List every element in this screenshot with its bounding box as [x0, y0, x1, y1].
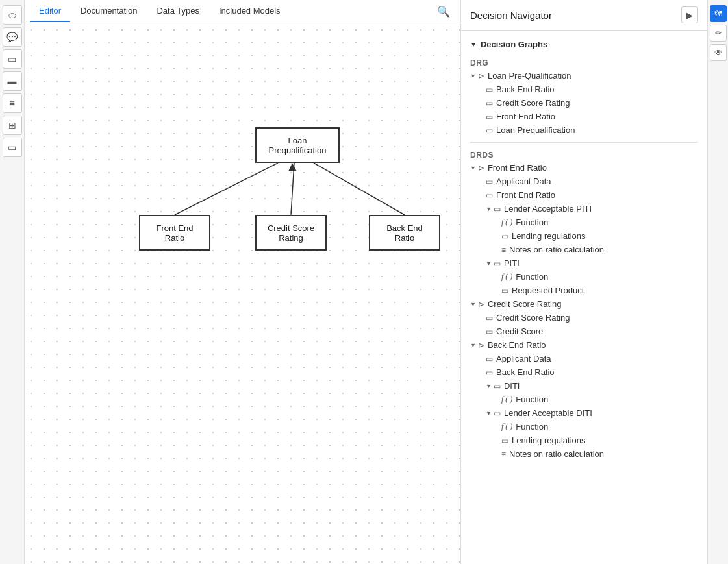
- tab-documentation[interactable]: Documentation: [71, 1, 146, 22]
- drd-lender-acceptable-diti[interactable]: ▼ ▭ Lender Acceptable DITI: [461, 406, 707, 420]
- drg-item-back-end-ratio[interactable]: ▭ Back End Ratio: [461, 82, 707, 96]
- drg-item-front-end-ratio[interactable]: ▭ Front End Ratio: [461, 110, 707, 123]
- input-icon: ▭: [501, 286, 508, 295]
- item-label: Loan Pre-Qualification: [488, 71, 571, 80]
- drd-notes-ratio-2[interactable]: ≡ Notes on ratio calculation: [461, 447, 707, 461]
- item-label: Applicant Data: [496, 177, 551, 186]
- top-tabs: Editor Documentation Data Types Included…: [25, 0, 460, 23]
- drd-lender-acceptable-piti[interactable]: ▼ ▭ Lender Acceptable PITI: [461, 202, 707, 215]
- expand-arrow: ▼: [486, 410, 492, 417]
- item-label: Back End Ratio: [496, 84, 555, 94]
- expand-arrow: ▼: [470, 342, 476, 349]
- drg-item-loan-prequalification[interactable]: ▭ Loan Prequalification: [461, 123, 707, 137]
- tab-included-models[interactable]: Included Models: [210, 1, 290, 22]
- main-area: Editor Documentation Data Types Included…: [25, 0, 460, 564]
- expand-arrow: ▼: [470, 165, 476, 171]
- node-loan-prequalification[interactable]: LoanPrequalification: [255, 127, 340, 163]
- navigator-header: Decision Navigator ▶: [461, 0, 707, 31]
- item-label: Function: [516, 422, 548, 432]
- expand-arrow: ▼: [470, 73, 476, 79]
- decision-icon: ▭: [494, 259, 501, 268]
- drd-lending-regulations-2[interactable]: ▭ Lending regulations: [461, 434, 707, 447]
- drds-label: DRDs: [461, 148, 707, 161]
- node-front-end-ratio[interactable]: Front EndRatio: [139, 215, 210, 251]
- drd-notes-ratio-1[interactable]: ≡ Notes on ratio calculation: [461, 243, 707, 256]
- edit-view-button[interactable]: ✏: [710, 25, 727, 42]
- decision-graphs-section[interactable]: ▼ Decision Graphs: [461, 36, 707, 53]
- navigator-title: Decision Navigator: [470, 10, 552, 21]
- input-icon: ▭: [486, 177, 493, 186]
- decision-icon: ▭: [486, 112, 493, 121]
- item-label: Back End Ratio: [488, 340, 546, 350]
- item-label: Front End Ratio: [488, 163, 547, 173]
- drg-item-credit-score-rating[interactable]: ▭ Credit Score Rating: [461, 96, 707, 110]
- tab-data-types[interactable]: Data Types: [147, 1, 208, 22]
- svg-marker-3: [288, 163, 297, 171]
- item-label: Credit Score Rating: [488, 299, 561, 309]
- node-credit-score-rating[interactable]: Credit ScoreRating: [255, 215, 327, 251]
- drd-piti-function-child[interactable]: f ( ) Function: [461, 270, 707, 284]
- divider-tool-button[interactable]: ▭: [3, 138, 22, 157]
- left-toolbar: ⬭ 💬 ▭ ▬ ≡ ⊞ ▭: [0, 0, 25, 564]
- drd-credit-score-rating-root[interactable]: ▼ ⊳ Credit Score Rating: [461, 297, 707, 311]
- section-arrow: ▼: [470, 41, 477, 48]
- item-label: Lender Acceptable DITI: [504, 408, 592, 418]
- item-label: DITI: [504, 381, 520, 391]
- decision-icon: ▭: [494, 382, 501, 391]
- canvas-content: LoanPrequalification Front EndRatio Cred…: [25, 23, 460, 564]
- node-label: LoanPrequalification: [269, 136, 327, 155]
- drd-lending-regulations-1[interactable]: ▭ Lending regulations: [461, 229, 707, 243]
- drd-root-icon: ⊳: [478, 300, 484, 309]
- drd-piti-function[interactable]: f ( ) Function: [461, 215, 707, 229]
- drd-applicant-data-1[interactable]: ▭ Applicant Data: [461, 175, 707, 188]
- item-label: PITI: [504, 258, 520, 268]
- item-label: Credit Score: [496, 326, 543, 336]
- drds-group: DRDs ▼ ⊳ Front End Ratio ▭ Applicant Dat…: [461, 145, 707, 463]
- drd-credit-score[interactable]: ▭ Credit Score: [461, 325, 707, 338]
- oval-tool-button[interactable]: ⬭: [3, 5, 22, 25]
- item-label: Front End Ratio: [496, 190, 555, 200]
- item-label: Function: [516, 272, 548, 282]
- drd-diti-function[interactable]: f ( ) Function: [461, 393, 707, 406]
- drd-applicant-data-2[interactable]: ▭ Applicant Data: [461, 352, 707, 365]
- node-label: Front EndRatio: [156, 223, 193, 243]
- item-label: Function: [516, 395, 548, 404]
- function-icon: f ( ): [501, 272, 512, 282]
- item-label: Back End Ratio: [496, 367, 555, 377]
- item-label: Front End Ratio: [496, 112, 555, 121]
- comment-tool-button[interactable]: 💬: [3, 27, 22, 47]
- item-label: Notes on ratio calculation: [509, 449, 604, 459]
- drd-piti-root[interactable]: ▼ ▭ PITI: [461, 256, 707, 270]
- expand-arrow: ▼: [486, 260, 492, 267]
- section-label: Decision Graphs: [481, 40, 547, 49]
- search-icon[interactable]: 🔍: [432, 3, 455, 20]
- drd-back-end-ratio-child[interactable]: ▭ Back End Ratio: [461, 365, 707, 379]
- text-tool-button[interactable]: ≡: [3, 93, 22, 113]
- panel-collapse-button[interactable]: ▶: [681, 6, 698, 23]
- svg-line-1: [291, 163, 294, 215]
- drd-diti-root[interactable]: ▼ ▭ DITI: [461, 379, 707, 393]
- item-label: Function: [516, 217, 548, 227]
- input-icon: ▭: [501, 436, 508, 445]
- expand-arrow: ▼: [486, 206, 492, 212]
- tab-editor[interactable]: Editor: [30, 1, 70, 22]
- drg-item-loan-prequalification-root[interactable]: ▼ ⊳ Loan Pre-Qualification: [461, 69, 707, 82]
- divider-1: [470, 142, 698, 143]
- drd-diti-function-child[interactable]: f ( ) Function: [461, 420, 707, 434]
- connection-tool-button[interactable]: ⊞: [3, 116, 22, 135]
- drd-front-end-ratio-child[interactable]: ▭ Front End Ratio: [461, 188, 707, 202]
- drd-credit-score-rating-child[interactable]: ▭ Credit Score Rating: [461, 311, 707, 325]
- decision-icon: ▭: [494, 409, 501, 418]
- rectangle-tool-button[interactable]: ▭: [3, 49, 22, 69]
- decision-icon: ▭: [486, 368, 493, 377]
- input-icon: ▭: [501, 232, 508, 241]
- drd-front-end-ratio-root[interactable]: ▼ ⊳ Front End Ratio: [461, 161, 707, 175]
- eye-view-button[interactable]: 👁: [710, 44, 727, 61]
- item-label: Lending regulations: [512, 435, 585, 445]
- drd-requested-product[interactable]: ▭ Requested Product: [461, 284, 707, 297]
- canvas-area[interactable]: LoanPrequalification Front EndRatio Cred…: [25, 23, 460, 564]
- drd-back-end-ratio-root[interactable]: ▼ ⊳ Back End Ratio: [461, 338, 707, 352]
- node-back-end-ratio[interactable]: Back EndRatio: [369, 215, 440, 251]
- map-view-button[interactable]: 🗺: [710, 5, 727, 22]
- rectangle-alt-tool-button[interactable]: ▬: [3, 71, 22, 91]
